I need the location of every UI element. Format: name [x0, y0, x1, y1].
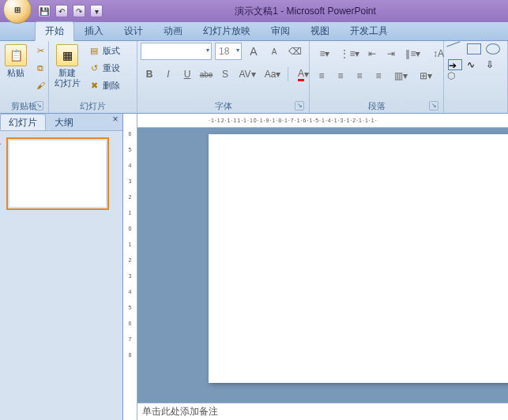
bold-button[interactable]: B	[141, 66, 158, 82]
justify-button[interactable]: ≡	[370, 68, 387, 84]
numbering-button[interactable]: ⋮≡▾	[338, 46, 362, 62]
strike-button[interactable]: abe	[198, 66, 215, 82]
qat-customize[interactable]: ▾	[90, 5, 103, 17]
paragraph-launcher[interactable]: ↘	[429, 101, 438, 111]
tab-home[interactable]: 开始	[35, 21, 74, 41]
shape-arrow[interactable]: ➔	[448, 59, 462, 70]
paste-icon: 📋	[5, 44, 27, 66]
change-case-button[interactable]: Aa▾	[261, 66, 284, 82]
group-font: ▾ 18▾ A A ⌫ B I U abe S AV▾ Aa▾ A▾ 字体↘	[137, 41, 310, 113]
shape-oval[interactable]	[486, 43, 500, 54]
tab-animations[interactable]: 动画	[153, 21, 193, 40]
cut-button[interactable]: ✂	[32, 43, 49, 58]
group-label-clipboard: 剪贴板↘	[3, 100, 45, 113]
tab-slideshow[interactable]: 幻灯片放映	[193, 21, 261, 40]
bullets-button[interactable]: ≡▾	[313, 46, 337, 62]
clear-format-button[interactable]: ⌫	[286, 43, 303, 59]
shape-more[interactable]: ⇩	[486, 59, 500, 70]
tab-review[interactable]: 审阅	[261, 21, 300, 40]
horizontal-ruler: ·1·12·1·11·1·10·1·9·1·8·1·7·1·6·1·5·1·4·…	[137, 114, 508, 128]
new-slide-icon: ▦	[56, 44, 78, 66]
quick-access-toolbar: 💾 ↶ ↷ ▾	[38, 5, 103, 17]
titlebar: ⊞ 💾 ↶ ↷ ▾ 演示文稿1 - Microsoft PowerPoint	[0, 0, 508, 22]
shrink-font-button[interactable]: A	[265, 43, 283, 59]
pane-tab-slides[interactable]: 幻灯片	[0, 114, 46, 130]
slides-pane: 幻灯片 大纲 × 1	[0, 114, 123, 420]
reset-icon: ↺	[88, 62, 100, 73]
increase-indent-button[interactable]: ⇥	[382, 46, 400, 62]
group-label-paragraph: 段落↘	[313, 100, 440, 113]
columns-button[interactable]: ▥▾	[389, 68, 412, 84]
delete-slide-button[interactable]: ✖删除	[85, 77, 123, 93]
layout-icon: ▤	[88, 45, 100, 56]
pane-tab-outline[interactable]: 大纲	[46, 114, 82, 130]
copy-icon: ⧉	[35, 62, 46, 73]
group-label-slides: 幻灯片	[52, 100, 134, 113]
slide-canvas-area[interactable]	[137, 128, 508, 403]
qat-redo[interactable]: ↷	[73, 5, 85, 17]
font-launcher[interactable]: ↘	[295, 101, 304, 111]
ribbon: 📋 粘贴 ✂ ⧉ 🖌 剪贴板↘ ▦ 新建 幻灯片 ▤版式 ↺重设 ✖删除 幻灯片	[0, 41, 508, 114]
underline-button[interactable]: U	[179, 66, 196, 82]
pane-close[interactable]: ×	[108, 114, 122, 130]
shape-curve[interactable]: ∿	[467, 59, 481, 70]
thumbnail-list: 1	[0, 131, 122, 420]
align-right-button[interactable]: ≡	[351, 68, 368, 84]
grow-font-button[interactable]: A	[245, 43, 262, 59]
slide-canvas[interactable]	[209, 134, 508, 383]
align-text-button[interactable]: ⊞▾	[414, 68, 438, 84]
paste-button[interactable]: 📋 粘贴	[3, 43, 28, 80]
delete-icon: ✖	[88, 80, 100, 91]
tab-insert[interactable]: 插入	[74, 21, 114, 40]
qat-undo[interactable]: ↶	[55, 5, 68, 17]
shape-rect[interactable]	[467, 43, 481, 54]
shadow-button[interactable]: S	[216, 66, 234, 82]
char-spacing-button[interactable]: AV▾	[235, 66, 259, 82]
clipboard-launcher[interactable]: ↘	[34, 101, 43, 111]
font-name-combo[interactable]: ▾	[141, 43, 212, 60]
layout-button[interactable]: ▤版式	[85, 43, 123, 58]
tab-view[interactable]: 视图	[300, 21, 340, 40]
new-slide-button[interactable]: ▦ 新建 幻灯片	[52, 43, 82, 90]
group-clipboard: 📋 粘贴 ✂ ⧉ 🖌 剪贴板↘	[0, 41, 49, 113]
align-left-button[interactable]: ≡	[313, 68, 330, 84]
copy-button[interactable]: ⧉	[32, 60, 49, 76]
reset-button[interactable]: ↺重设	[85, 60, 123, 76]
group-paragraph: ≡▾ ⋮≡▾ ⇤ ⇥ ‖≡▾ ↕A ≡ ≡ ≡ ≡ ▥▾ ⊞▾ ⬡ 段落↘	[310, 41, 444, 113]
notes-pane[interactable]: 单击此处添加备注	[137, 403, 508, 420]
thumb-number: 1	[0, 137, 2, 146]
italic-button[interactable]: I	[160, 66, 177, 82]
group-slides: ▦ 新建 幻灯片 ▤版式 ↺重设 ✖删除 幻灯片	[49, 41, 137, 113]
group-shapes: ➔ ∿ ⇩	[444, 41, 508, 113]
decrease-indent-button[interactable]: ⇤	[363, 46, 381, 62]
line-spacing-button[interactable]: ‖≡▾	[401, 46, 425, 62]
cut-icon: ✂	[35, 45, 46, 56]
tab-developer[interactable]: 开发工具	[340, 21, 398, 40]
slide-thumbnail-1[interactable]	[6, 137, 109, 210]
qat-save[interactable]: 💾	[38, 5, 51, 17]
workspace: 幻灯片 大纲 × 1 654 321 012 345 678 ·1·12·1·1…	[0, 114, 508, 420]
vertical-ruler: 654 321 012 345 678	[123, 114, 137, 420]
pane-tabs: 幻灯片 大纲 ×	[0, 114, 122, 131]
brush-icon: 🖌	[35, 80, 46, 91]
shape-line[interactable]	[446, 41, 464, 56]
window-title: 演示文稿1 - Microsoft PowerPoint	[103, 5, 508, 18]
format-painter-button[interactable]: 🖌	[32, 77, 49, 93]
tab-design[interactable]: 设计	[114, 21, 153, 40]
editor-area: ·1·12·1·11·1·10·1·9·1·8·1·7·1·6·1·5·1·4·…	[137, 114, 508, 420]
align-center-button[interactable]: ≡	[332, 68, 349, 84]
font-size-combo[interactable]: 18▾	[215, 43, 242, 60]
office-button[interactable]: ⊞	[3, 0, 32, 24]
thumb-preview	[9, 141, 106, 207]
ribbon-tabstrip: 开始 插入 设计 动画 幻灯片放映 审阅 视图 开发工具	[0, 22, 508, 41]
group-label-font: 字体↘	[141, 100, 306, 113]
